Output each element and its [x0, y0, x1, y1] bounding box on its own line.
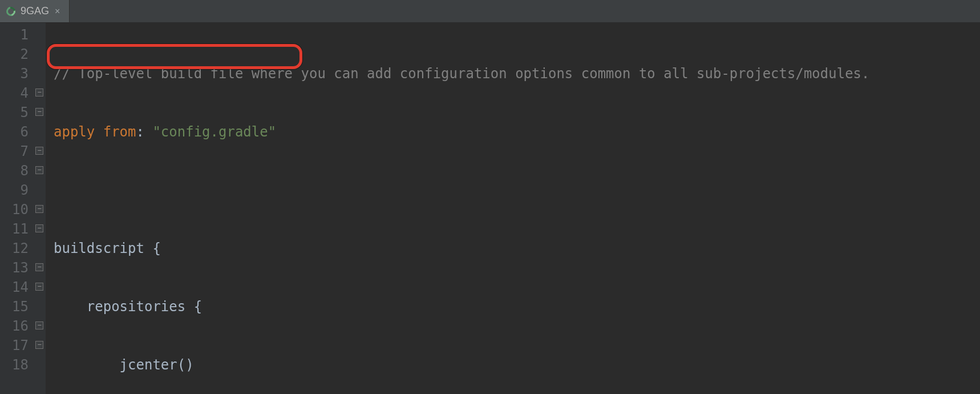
line-number: 1: [0, 25, 29, 45]
line-number: 6: [0, 122, 29, 142]
fold-toggle[interactable]: −: [35, 341, 43, 349]
gradle-icon: [6, 6, 16, 17]
tab-label: 9GAG: [21, 5, 49, 17]
fold-toggle[interactable]: −: [35, 224, 43, 232]
line-number: 18: [0, 355, 29, 375]
line-number: 11: [0, 219, 29, 239]
line-number: 10: [0, 200, 29, 219]
fold-toggle[interactable]: −: [35, 321, 43, 329]
line-number: 2: [0, 45, 29, 64]
line-number: 15: [0, 297, 29, 316]
line-number-gutter: 123456789101112131415161718: [0, 23, 34, 394]
fold-toggle[interactable]: −: [35, 166, 43, 174]
close-icon[interactable]: ×: [54, 6, 61, 17]
line-number: 12: [0, 239, 29, 258]
fold-toggle[interactable]: −: [35, 283, 43, 291]
line-number: 3: [0, 64, 29, 83]
file-tab[interactable]: 9GAG ×: [0, 0, 70, 22]
code-line: buildscript {: [54, 239, 980, 258]
code-line: jcenter(): [54, 355, 980, 375]
line-number: 4: [0, 83, 29, 103]
line-number: 13: [0, 258, 29, 278]
line-number: 16: [0, 316, 29, 336]
code-line: repositories {: [54, 297, 980, 316]
line-number: 5: [0, 103, 29, 122]
fold-toggle[interactable]: −: [35, 205, 43, 213]
line-number: 9: [0, 180, 29, 200]
editor-area[interactable]: 123456789101112131415161718 −−−−−−−−−− /…: [0, 23, 980, 394]
fold-toggle[interactable]: −: [35, 147, 43, 155]
line-number: 17: [0, 336, 29, 355]
line-number: 14: [0, 278, 29, 297]
code-content[interactable]: // Top-level build file where you can ad…: [46, 23, 980, 394]
code-line: apply from: "config.gradle": [54, 122, 980, 142]
tab-bar: 9GAG ×: [0, 0, 980, 23]
fold-toggle[interactable]: −: [35, 108, 43, 116]
code-line: // Top-level build file where you can ad…: [54, 64, 980, 83]
fold-toggle[interactable]: −: [35, 89, 43, 97]
line-number: 8: [0, 161, 29, 180]
fold-column: −−−−−−−−−−: [34, 23, 46, 394]
line-number: 7: [0, 142, 29, 161]
fold-toggle[interactable]: −: [35, 263, 43, 271]
code-line: [54, 180, 980, 200]
